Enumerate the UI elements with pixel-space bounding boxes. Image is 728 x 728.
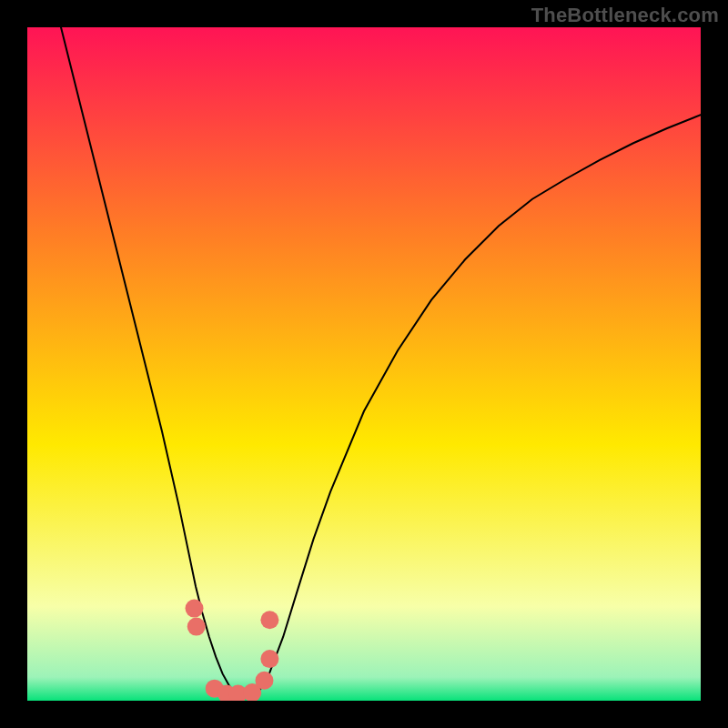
watermark-text: TheBottleneck.com	[531, 4, 719, 27]
chart-frame: TheBottleneck.com	[0, 0, 728, 728]
marker-dot	[260, 650, 278, 668]
marker-dot	[255, 672, 273, 690]
chart-plot-area	[27, 27, 701, 701]
marker-dot	[260, 611, 278, 629]
chart-svg	[27, 27, 701, 701]
chart-background	[27, 27, 701, 701]
marker-dot	[186, 600, 204, 618]
marker-dot	[187, 618, 206, 636]
